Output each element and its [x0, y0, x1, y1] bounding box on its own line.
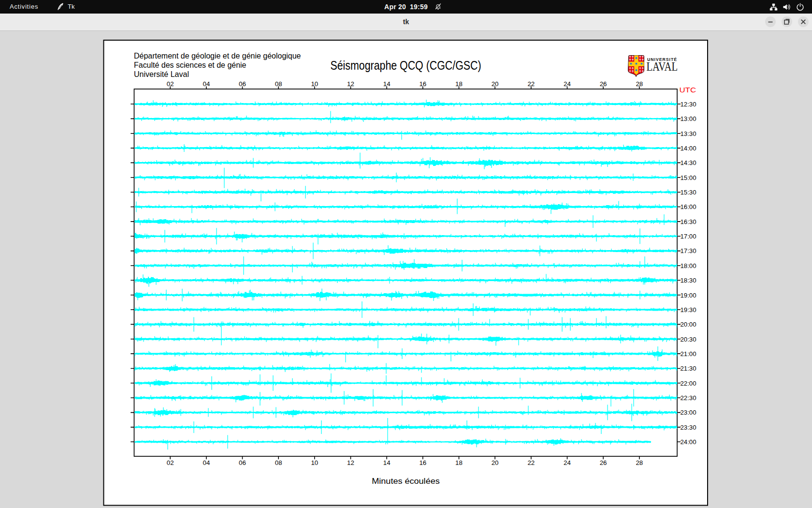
svg-text:18: 18 [455, 459, 463, 466]
svg-text:20:30: 20:30 [681, 336, 696, 343]
svg-text:22: 22 [527, 459, 535, 466]
svg-text:20: 20 [492, 80, 499, 88]
svg-text:17:30: 17:30 [681, 247, 696, 254]
svg-text:14:00: 14:00 [681, 145, 696, 152]
svg-text:18:30: 18:30 [681, 277, 696, 284]
svg-text:Université Laval: Université Laval [134, 70, 189, 79]
svg-text:26: 26 [600, 80, 607, 88]
svg-text:14:30: 14:30 [681, 159, 696, 166]
svg-text:13:30: 13:30 [681, 130, 696, 137]
svg-text:19:30: 19:30 [681, 306, 696, 314]
svg-text:12: 12 [347, 459, 354, 466]
svg-text:22:30: 22:30 [681, 394, 696, 402]
svg-text:14: 14 [383, 80, 391, 88]
svg-text:Faculté des sciences et de gén: Faculté des sciences et de génie [134, 60, 246, 70]
svg-text:08: 08 [275, 80, 282, 88]
svg-text:13:00: 13:00 [681, 115, 696, 122]
svg-text:23:00: 23:00 [681, 409, 696, 416]
svg-text:28: 28 [636, 459, 643, 466]
svg-text:10: 10 [311, 459, 318, 466]
svg-text:19:00: 19:00 [681, 292, 696, 299]
svg-text:15:30: 15:30 [681, 189, 696, 196]
svg-text:12:30: 12:30 [681, 101, 696, 108]
svg-text:20:00: 20:00 [681, 321, 696, 328]
svg-text:Séismographe QCQ (CGC/GSC): Séismographe QCQ (CGC/GSC) [331, 58, 481, 73]
svg-text:08: 08 [275, 459, 282, 466]
svg-text:24:00: 24:00 [681, 438, 696, 446]
svg-text:22: 22 [527, 80, 535, 88]
svg-text:26: 26 [600, 459, 607, 466]
svg-text:21:30: 21:30 [681, 365, 696, 372]
svg-text:24: 24 [564, 459, 571, 466]
svg-text:28: 28 [636, 80, 643, 88]
svg-text:UTC: UTC [680, 86, 696, 94]
svg-text:16: 16 [419, 80, 426, 88]
svg-text:18:00: 18:00 [681, 262, 696, 269]
svg-text:10: 10 [311, 80, 318, 88]
svg-text:20: 20 [492, 459, 499, 466]
svg-text:02: 02 [167, 459, 174, 466]
svg-text:02: 02 [167, 80, 174, 88]
svg-text:04: 04 [203, 80, 210, 88]
svg-text:22:00: 22:00 [681, 380, 696, 387]
svg-text:06: 06 [239, 80, 246, 88]
svg-text:21:00: 21:00 [681, 350, 696, 358]
svg-text:16:30: 16:30 [681, 218, 696, 225]
svg-text:16:00: 16:00 [681, 203, 696, 210]
svg-text:04: 04 [203, 459, 210, 466]
svg-text:12: 12 [347, 80, 354, 88]
svg-text:LAVAL: LAVAL [647, 60, 678, 73]
svg-text:24: 24 [564, 80, 571, 88]
svg-text:16: 16 [419, 459, 426, 466]
svg-text:14: 14 [383, 459, 391, 466]
svg-text:18: 18 [455, 80, 463, 88]
svg-text:17:00: 17:00 [681, 233, 696, 240]
svg-text:23:30: 23:30 [681, 424, 696, 431]
svg-text:Département de géologie et de: Département de géologie et de génie géol… [134, 51, 301, 60]
svg-text:Minutes écoulées: Minutes écoulées [372, 477, 440, 486]
svg-text:06: 06 [239, 459, 246, 466]
svg-text:15:00: 15:00 [681, 174, 696, 181]
